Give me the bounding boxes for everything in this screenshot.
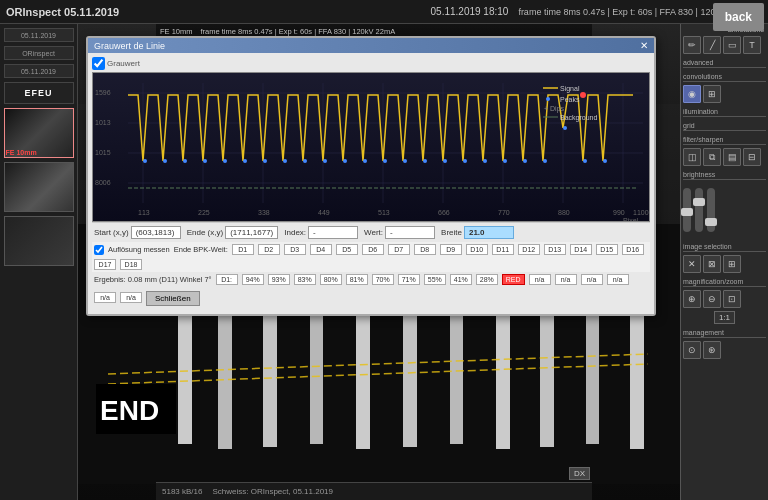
zoom-fit-icon[interactable]: ⊡ bbox=[723, 290, 741, 308]
auflosung-checkbox[interactable] bbox=[94, 245, 104, 255]
left-sidebar: 05.11.2019 ORinspect 05.11.2019 EFEU FE … bbox=[0, 24, 78, 500]
svg-point-66 bbox=[483, 159, 487, 163]
d7-cell: D7 bbox=[388, 244, 410, 255]
brightness-slider-1[interactable] bbox=[683, 188, 691, 232]
svg-point-59 bbox=[343, 159, 347, 163]
management-label: management bbox=[683, 329, 766, 338]
mgmt-icon-1[interactable]: ⊙ bbox=[683, 341, 701, 359]
filter-icon-4[interactable]: ⊟ bbox=[743, 148, 761, 166]
breite-field: Breite 21.0 bbox=[441, 226, 514, 239]
back-button[interactable]: back bbox=[713, 3, 764, 31]
grauwert-checkbox[interactable] bbox=[92, 57, 105, 70]
dx-badge: DX bbox=[569, 467, 590, 480]
img-sel-icon-1[interactable]: ✕ bbox=[683, 255, 701, 273]
graph-svg: 1596 1013 1015 8006 113 225 338 449 513 … bbox=[93, 73, 649, 221]
sidebar-date2: ORinspect bbox=[4, 46, 74, 60]
conv-icon-1[interactable]: ◉ bbox=[683, 85, 701, 103]
dialog-title-text: Grauwert de Linie bbox=[94, 41, 165, 51]
img-sel-icon-2[interactable]: ⊠ bbox=[703, 255, 721, 273]
image-selection-label: image selection bbox=[683, 243, 766, 252]
img-sel-icon-3[interactable]: ⊞ bbox=[723, 255, 741, 273]
start-label: Start (x,y) bbox=[94, 228, 129, 237]
thumbnail-2[interactable] bbox=[4, 162, 74, 212]
annotation-icons: ✏ ╱ ▭ T bbox=[683, 36, 766, 54]
brightness-thumb-3 bbox=[705, 218, 717, 226]
dialog-body: Grauwert bbox=[88, 53, 654, 314]
svg-point-69 bbox=[543, 159, 547, 163]
end-field: Ende (x,y) (1711,1677) bbox=[187, 226, 279, 239]
thumbnail-active[interactable]: FE 10mm bbox=[4, 108, 74, 158]
zoom-out-icon[interactable]: ⊖ bbox=[703, 290, 721, 308]
grauwert-label-text: Grauwert bbox=[107, 59, 140, 68]
svg-point-73 bbox=[580, 92, 586, 98]
grid-label: grid bbox=[683, 122, 766, 131]
fe-info-label: FE 10mm bbox=[160, 27, 193, 36]
svg-point-70 bbox=[563, 126, 567, 130]
svg-text:+ Dips: + Dips bbox=[544, 105, 565, 113]
ergebnis-label: Ergebnis: 0.08 mm (D11) Winkel 7° bbox=[94, 275, 212, 284]
mgmt-icon-2[interactable]: ⊛ bbox=[703, 341, 721, 359]
start-field: Start (x,y) (603,1813) bbox=[94, 226, 181, 239]
svg-text:449: 449 bbox=[318, 209, 330, 216]
filter-label: filter/sharpen bbox=[683, 136, 766, 145]
svg-text:Signal: Signal bbox=[560, 85, 580, 93]
main-layout: 05.11.2019 ORinspect 05.11.2019 EFEU FE … bbox=[0, 24, 768, 500]
conv-icon-2[interactable]: ⊞ bbox=[703, 85, 721, 103]
brightness-slider-2[interactable] bbox=[695, 188, 703, 232]
grauwert-checkbox-label[interactable]: Grauwert bbox=[92, 57, 140, 70]
filter-icon-1[interactable]: ◫ bbox=[683, 148, 701, 166]
svg-point-54 bbox=[243, 159, 247, 163]
pct-94: 94% bbox=[242, 274, 264, 285]
graph-title-bar: Grauwert bbox=[92, 57, 650, 70]
status-bar: 5183 kB/16 Schweiss: ORInspect, 05.11.20… bbox=[156, 482, 592, 500]
illumination-label: illumination bbox=[683, 108, 766, 117]
pct-70: 70% bbox=[372, 274, 394, 285]
svg-text:338: 338 bbox=[258, 209, 270, 216]
image-selection-icons: ✕ ⊠ ⊞ bbox=[683, 255, 766, 273]
svg-text:225: 225 bbox=[198, 209, 210, 216]
filter-icon-2[interactable]: ⧉ bbox=[703, 148, 721, 166]
svg-point-49 bbox=[143, 159, 147, 163]
svg-text:513: 513 bbox=[378, 209, 390, 216]
thumbnail-3[interactable] bbox=[4, 216, 74, 266]
brightness-slider-3[interactable] bbox=[707, 188, 715, 232]
close-button[interactable]: Schließen bbox=[146, 291, 200, 306]
rect-icon[interactable]: ▭ bbox=[723, 36, 741, 54]
pct-81: 81% bbox=[346, 274, 368, 285]
na-2: n/a bbox=[555, 274, 577, 285]
pct-71: 71% bbox=[398, 274, 420, 285]
sidebar-date1: 05.11.2019 bbox=[4, 28, 74, 42]
start-value: (603,1813) bbox=[131, 226, 181, 239]
na-4: n/a bbox=[607, 274, 629, 285]
svg-text:1100: 1100 bbox=[633, 209, 649, 216]
na-6: n/a bbox=[120, 292, 142, 303]
dialog-close-x[interactable]: ✕ bbox=[640, 40, 648, 51]
d16-cell: D16 bbox=[622, 244, 644, 255]
endpoint-bpk-label: Ende BPK-Weit: bbox=[174, 245, 228, 254]
zoom-label: 1:1 bbox=[714, 311, 735, 324]
pct-red: RED bbox=[502, 274, 525, 285]
d10-cell: D10 bbox=[466, 244, 488, 255]
text-icon[interactable]: T bbox=[743, 36, 761, 54]
pencil-icon[interactable]: ✏ bbox=[683, 36, 701, 54]
pct-41: 41% bbox=[450, 274, 472, 285]
filter-icon-3[interactable]: ▤ bbox=[723, 148, 741, 166]
management-icons: ⊙ ⊛ bbox=[683, 341, 766, 359]
d17-cell: D17 bbox=[94, 259, 116, 270]
center-content: END FE 10mm frame time 8ms 0.47s | Exp t… bbox=[78, 24, 680, 500]
brightness-sliders bbox=[683, 183, 766, 238]
svg-point-61 bbox=[383, 159, 387, 163]
index-label: Index: bbox=[284, 228, 306, 237]
pct-55: 55% bbox=[424, 274, 446, 285]
end-label: Ende (x,y) bbox=[187, 228, 223, 237]
svg-point-64 bbox=[443, 159, 447, 163]
svg-point-57 bbox=[303, 159, 307, 163]
dialog-info-row: Start (x,y) (603,1813) Ende (x,y) (1711,… bbox=[92, 222, 650, 242]
svg-point-50 bbox=[163, 159, 167, 163]
pct-93: 93% bbox=[268, 274, 290, 285]
zoom-icons: ⊕ ⊖ ⊡ bbox=[683, 290, 766, 308]
svg-text:Pixel: Pixel bbox=[623, 217, 639, 221]
zoom-in-icon[interactable]: ⊕ bbox=[683, 290, 701, 308]
svg-point-58 bbox=[323, 159, 327, 163]
line-icon[interactable]: ╱ bbox=[703, 36, 721, 54]
